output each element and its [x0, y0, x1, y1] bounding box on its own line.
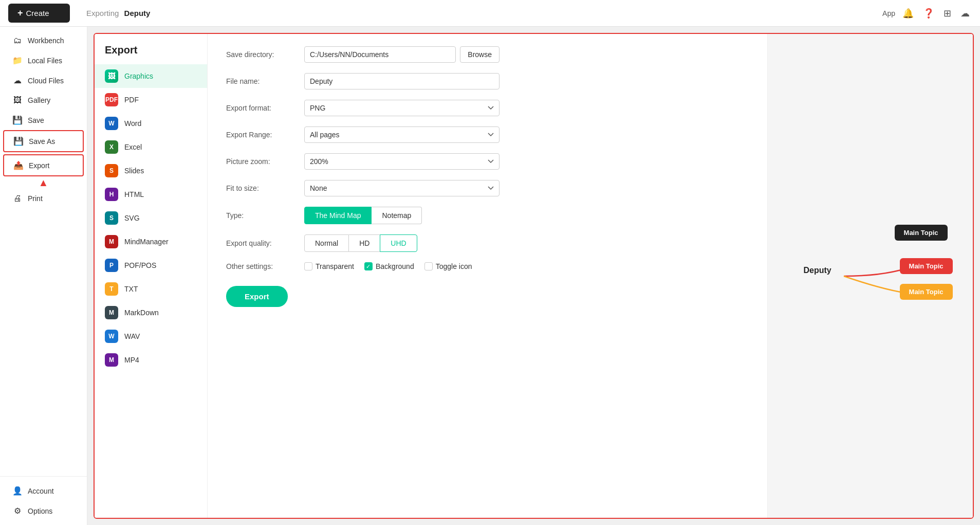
- export-format-select[interactable]: PNG JPG BMP TIFF WebP: [304, 100, 500, 116]
- sidebar-item-label: Save: [28, 116, 44, 124]
- format-label: Word: [124, 119, 141, 128]
- export-arrow-icon: ▲: [39, 177, 49, 189]
- workbench-icon: 🗂: [12, 36, 23, 45]
- export-quality-row: Export quality: Normal HD UHD: [226, 234, 749, 252]
- format-list: Export 🖼 Graphics PDF PDF W Word X Excel: [95, 34, 208, 518]
- app-button[interactable]: App: [882, 9, 895, 17]
- type-label: Type:: [226, 211, 298, 220]
- format-item-graphics[interactable]: 🖼 Graphics: [95, 64, 207, 88]
- toggle-icon-label: Toggle icon: [436, 262, 472, 270]
- svg-format-icon: S: [105, 211, 118, 225]
- fit-to-size-row: Fit to size: None A4 Letter: [226, 180, 749, 196]
- sidebar-item-options[interactable]: ⚙ Options: [3, 501, 84, 521]
- gallery-icon: 🖼: [12, 96, 23, 105]
- local-files-icon: 📁: [12, 56, 23, 65]
- sidebar-item-label: Cloud Files: [28, 77, 64, 85]
- format-item-pofpos[interactable]: P POF/POS: [95, 254, 207, 277]
- file-name-control: [304, 73, 500, 89]
- create-button[interactable]: + Create: [8, 4, 70, 23]
- quality-hd-button[interactable]: HD: [349, 234, 380, 252]
- sidebar-item-export[interactable]: 📤 Export ▲: [3, 154, 84, 176]
- sidebar-item-cloud-files[interactable]: ☁ Cloud Files: [3, 70, 84, 90]
- picture-zoom-select[interactable]: 100% 150% 200% 300%: [304, 153, 500, 170]
- format-item-mindmanager[interactable]: M MindManager: [95, 230, 207, 254]
- mindmanager-format-icon: M: [105, 235, 118, 248]
- quality-normal-button[interactable]: Normal: [304, 234, 349, 252]
- transparent-label: Transparent: [316, 262, 354, 270]
- export-format-row: Export format: PNG JPG BMP TIFF WebP: [226, 100, 749, 116]
- sidebar-item-label: Local Files: [28, 57, 62, 65]
- format-item-html[interactable]: H HTML: [95, 183, 207, 206]
- quality-uhd-button[interactable]: UHD: [380, 234, 417, 252]
- format-item-pdf[interactable]: PDF PDF: [95, 88, 207, 112]
- format-label: MarkDown: [124, 309, 159, 317]
- help-icon[interactable]: ❓: [921, 6, 936, 21]
- export-icon: 📤: [13, 160, 24, 170]
- format-label: Graphics: [124, 72, 153, 80]
- export-button[interactable]: Export: [226, 286, 288, 307]
- txt-format-icon: T: [105, 282, 118, 296]
- format-label: Slides: [124, 167, 144, 175]
- sidebar-item-print[interactable]: 🖨 Print: [3, 189, 84, 208]
- type-mind-map-button[interactable]: The Mind Map: [304, 207, 372, 224]
- transparent-checkbox[interactable]: Transparent: [304, 262, 354, 270]
- format-item-slides[interactable]: S Slides: [95, 159, 207, 183]
- format-label: POF/POS: [124, 261, 156, 269]
- format-item-svg[interactable]: S SVG: [95, 206, 207, 230]
- other-settings-label: Other settings:: [226, 262, 298, 270]
- fit-to-size-label: Fit to size:: [226, 184, 298, 192]
- background-checkbox[interactable]: ✓ Background: [364, 262, 414, 270]
- format-label: PDF: [124, 96, 139, 104]
- save-directory-input[interactable]: [304, 46, 456, 63]
- format-label: HTML: [124, 190, 144, 198]
- picture-zoom-control: 100% 150% 200% 300%: [304, 153, 500, 170]
- format-item-wav[interactable]: W WAV: [95, 324, 207, 348]
- cloud-icon[interactable]: ☁: [958, 6, 972, 21]
- sidebar-item-local-files[interactable]: 📁 Local Files: [3, 50, 84, 70]
- format-item-excel[interactable]: X Excel: [95, 135, 207, 159]
- format-item-mp4[interactable]: M MP4: [95, 348, 207, 372]
- browse-button[interactable]: Browse: [460, 46, 500, 63]
- export-quality-label: Export quality:: [226, 239, 298, 247]
- format-item-markdown[interactable]: M MarkDown: [95, 301, 207, 324]
- html-format-icon: H: [105, 188, 118, 201]
- format-item-word[interactable]: W Word: [95, 112, 207, 135]
- bell-icon[interactable]: 🔔: [900, 6, 916, 21]
- format-label: MindManager: [124, 238, 169, 246]
- grid-icon[interactable]: ⊞: [941, 6, 953, 21]
- save-icon: 💾: [12, 115, 23, 125]
- picture-zoom-label: Picture zoom:: [226, 157, 298, 166]
- markdown-format-icon: M: [105, 306, 118, 319]
- export-range-control: All pages Current page Selected: [304, 126, 500, 143]
- topbar: + Create Exporting Deputy App 🔔 ❓ ⊞ ☁: [0, 0, 980, 27]
- plus-icon: +: [17, 8, 23, 19]
- sidebar-item-workbench[interactable]: 🗂 Workbench ➤: [3, 31, 84, 50]
- main-layout: 🗂 Workbench ➤ 📁 Local Files ☁ Cloud File…: [0, 27, 980, 525]
- sidebar-item-save[interactable]: 💾 Save: [3, 110, 84, 130]
- sidebar-item-label: Print: [28, 194, 43, 203]
- export-range-select[interactable]: All pages Current page Selected: [304, 126, 500, 143]
- word-format-icon: W: [105, 117, 118, 130]
- toggle-icon-cb-box: [424, 262, 433, 270]
- export-settings: Save directory: Browse File name: Export…: [208, 34, 767, 518]
- type-notemap-button[interactable]: Notemap: [372, 207, 422, 224]
- save-directory-label: Save directory:: [226, 50, 298, 59]
- export-title: Export: [95, 44, 207, 64]
- fit-to-size-select[interactable]: None A4 Letter: [304, 180, 500, 196]
- preview-main-topic-orange: Main Topic: [900, 284, 953, 300]
- sidebar-item-label: Gallery: [28, 96, 50, 104]
- other-settings-control: Transparent ✓ Background Toggle icon: [304, 262, 500, 270]
- export-format-control: PNG JPG BMP TIFF WebP: [304, 100, 500, 116]
- format-item-txt[interactable]: T TXT: [95, 277, 207, 301]
- file-name-input[interactable]: [304, 73, 500, 89]
- cloud-files-icon: ☁: [12, 76, 23, 85]
- sidebar-item-account[interactable]: 👤 Account: [3, 481, 84, 501]
- export-range-row: Export Range: All pages Current page Sel…: [226, 126, 749, 143]
- quality-btn-group: Normal HD UHD: [304, 234, 500, 252]
- mind-map-preview: Main Topic Deputy Main Topic Main Topic: [788, 209, 953, 343]
- sidebar-item-save-as[interactable]: 💾 Save As: [3, 130, 84, 152]
- background-label: Background: [376, 262, 414, 270]
- breadcrumb: Exporting Deputy: [86, 9, 150, 17]
- toggle-icon-checkbox[interactable]: Toggle icon: [424, 262, 472, 270]
- sidebar-item-gallery[interactable]: 🖼 Gallery: [3, 90, 84, 110]
